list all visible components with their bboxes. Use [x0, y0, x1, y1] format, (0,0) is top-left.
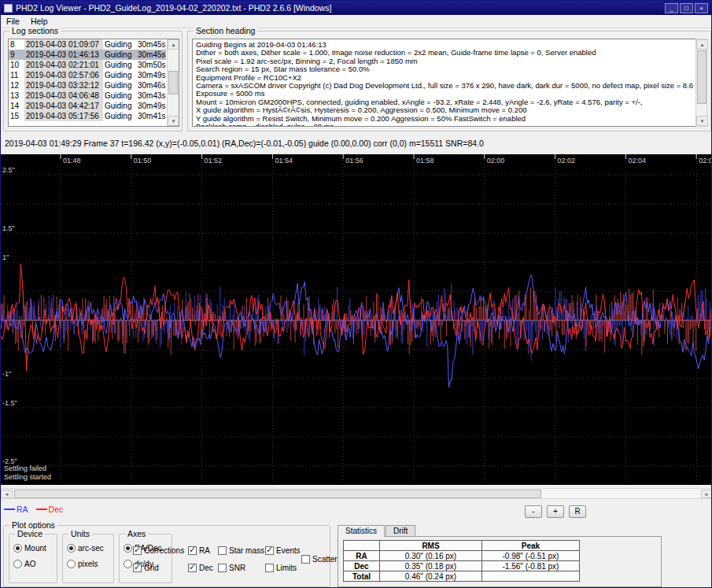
scroll-up-icon[interactable]: ▲: [696, 39, 708, 50]
log-sections-list[interactable]: 82019-04-03 01:09:07Guiding30m45s92019-0…: [8, 39, 179, 127]
snr-label: SNR: [229, 564, 245, 572]
scatter-checkbox[interactable]: Scatter: [301, 555, 338, 564]
device-mount-radio[interactable]: Mount: [13, 544, 57, 553]
menu-help[interactable]: Help: [25, 16, 53, 27]
menu-bar: File Help: [1, 15, 711, 28]
plot-options-panel: Plot options Device Mount AO Units arc-s…: [3, 525, 330, 587]
checkbox-icon[interactable]: [188, 546, 197, 555]
scroll-thumb[interactable]: [14, 490, 541, 498]
log-section-cell: 13: [9, 91, 24, 101]
section-heading-panel: Section heading Guiding Begins at 2019-0…: [187, 31, 711, 131]
radio-icon[interactable]: [13, 560, 22, 568]
log-section-cell: 15: [9, 111, 24, 121]
units-pixels-label: pixels: [78, 560, 98, 568]
limits-label: Limits: [276, 564, 297, 572]
log-section-cell: 2019-04-03 01:09:07: [24, 39, 103, 50]
tab-drift[interactable]: Drift: [386, 525, 415, 537]
log-section-row[interactable]: 92019-04-03 01:46:13Guiding30m45s: [9, 50, 166, 60]
stats-row: Dec0.35" (0.18 px)-1.56" (-0.81 px): [344, 561, 580, 571]
tab-statistics[interactable]: Statistics: [338, 525, 385, 537]
scroll-left-icon[interactable]: ◄: [1, 490, 13, 498]
events-checkbox[interactable]: Events: [265, 546, 301, 555]
scroll-down-icon[interactable]: ▼: [696, 116, 708, 126]
stats-row: RA0.30" (0.16 px)-0.98" (-0.51 px): [344, 551, 580, 561]
svg-text:-1.5": -1.5": [2, 399, 17, 407]
radio-icon[interactable]: [67, 544, 76, 553]
log-section-cell: 30m45s: [136, 39, 166, 50]
dec-checkbox[interactable]: Dec: [188, 564, 213, 572]
svg-text:1.5": 1.5": [2, 224, 15, 232]
log-sections-body: 82019-04-03 01:09:07Guiding30m45s92019-0…: [9, 39, 166, 121]
window-title: PHD2 Log Viewer - PHD2_GuideLog_2019-04-…: [16, 3, 662, 13]
scroll-thumb[interactable]: [168, 71, 178, 94]
corrections-checkbox[interactable]: Corrections: [133, 546, 184, 555]
star-mass-checkbox[interactable]: Star mass: [218, 546, 264, 555]
log-section-row[interactable]: 132019-04-03 04:06:48Guiding30m43s: [9, 91, 166, 101]
svg-text:-1": -1": [2, 370, 11, 378]
zoom-in-button[interactable]: +: [547, 505, 564, 518]
ra-checkbox[interactable]: RA: [188, 546, 210, 555]
star-mass-label: Star mass: [229, 546, 264, 555]
log-section-cell: 30m41s: [136, 111, 166, 121]
ra-line-sample: [4, 508, 15, 510]
title-bar[interactable]: PHD2 Log Viewer - PHD2_GuideLog_2019-04-…: [1, 1, 711, 15]
scroll-up-icon[interactable]: ▲: [168, 39, 179, 50]
scroll-down-icon[interactable]: ▼: [168, 116, 179, 126]
svg-text:01:50: 01:50: [134, 157, 152, 165]
grid-checkbox[interactable]: Grid: [133, 564, 159, 572]
units-arcsec-radio[interactable]: arc-sec: [67, 544, 113, 553]
close-button-icon[interactable]: ×: [695, 3, 708, 13]
section-heading-text[interactable]: Guiding Begins at 2019-04-03 01:46:13Dit…: [192, 39, 696, 127]
checkbox-icon[interactable]: [133, 564, 142, 572]
log-section-cell: 11: [9, 70, 24, 80]
radio-icon[interactable]: [124, 544, 132, 553]
log-sections-panel: Log sections 82019-04-03 01:09:07Guiding…: [3, 31, 183, 131]
scroll-thumb[interactable]: [697, 50, 706, 104]
zoom-out-button[interactable]: -: [525, 505, 542, 518]
log-sections-scrollbar[interactable]: ▲ ▼: [167, 39, 179, 126]
device-ao-radio[interactable]: AO: [13, 560, 57, 568]
dec-line-sample: [36, 508, 47, 510]
log-section-row[interactable]: 142019-04-03 04:42:17Guiding30m49s: [9, 101, 166, 111]
checkbox-icon[interactable]: [301, 555, 310, 564]
statistics-tabstrip: Statistics Drift: [338, 525, 416, 537]
checkbox-icon[interactable]: [265, 546, 274, 555]
log-section-row[interactable]: 112019-04-03 02:57:06Guiding30m49s: [9, 70, 166, 80]
svg-text:Settling failed: Settling failed: [4, 464, 46, 472]
minimize-button-icon[interactable]: _: [665, 3, 678, 13]
log-section-cell: 30m49s: [136, 70, 166, 80]
limits-checkbox[interactable]: Limits: [265, 564, 297, 572]
log-section-row[interactable]: 102019-04-03 02:21:01Guiding30m50s: [9, 60, 166, 70]
log-section-cell: 2019-04-03 02:57:06: [24, 70, 103, 80]
maximize-button-icon[interactable]: □: [680, 3, 693, 13]
device-group-title: Device: [15, 529, 45, 538]
radio-icon[interactable]: [67, 560, 76, 568]
checkbox-icon[interactable]: [133, 546, 142, 555]
units-pixels-radio[interactable]: pixels: [67, 560, 113, 568]
scroll-right-icon[interactable]: ►: [701, 490, 712, 498]
guide-chart-canvas: 01:4801:5001:5201:5401:5601:5802:0002:02…: [1, 154, 712, 485]
log-section-row[interactable]: 122019-04-03 03:32:12Guiding30m46s: [9, 80, 166, 91]
section-heading-scrollbar[interactable]: ▲ ▼: [695, 39, 707, 127]
log-sections-title: Log sections: [9, 26, 61, 35]
snr-checkbox[interactable]: SNR: [218, 564, 245, 572]
checkbox-icon[interactable]: [218, 546, 227, 555]
grid-label: Grid: [144, 564, 159, 572]
menu-file[interactable]: File: [1, 16, 25, 27]
checkbox-icon[interactable]: [188, 564, 197, 572]
checkbox-icon[interactable]: [265, 564, 274, 572]
log-section-row[interactable]: 82019-04-03 01:09:07Guiding30m45s: [9, 39, 166, 50]
log-section-row[interactable]: 152019-04-03 05:17:56Guiding30m41s: [9, 111, 166, 121]
chart-h-scrollbar[interactable]: ◄ ►: [1, 488, 712, 499]
heading-line: Backlash comp = disabled, pulse = 20 ms: [196, 123, 692, 127]
zoom-reset-button[interactable]: R: [569, 505, 586, 518]
heading-line: Camera = sxASCOM driver Copyright (c) Da…: [196, 82, 692, 90]
log-section-cell: 30m46s: [136, 80, 166, 91]
svg-text:01:58: 01:58: [416, 157, 434, 165]
log-section-cell: 30m45s: [136, 50, 166, 60]
radio-icon[interactable]: [124, 560, 132, 568]
radio-icon[interactable]: [13, 544, 22, 553]
guide-chart[interactable]: 01:4801:5001:5201:5401:5601:5802:0002:02…: [1, 154, 712, 485]
checkbox-icon[interactable]: [218, 564, 227, 572]
units-group: Units arc-sec pixels: [62, 534, 114, 583]
